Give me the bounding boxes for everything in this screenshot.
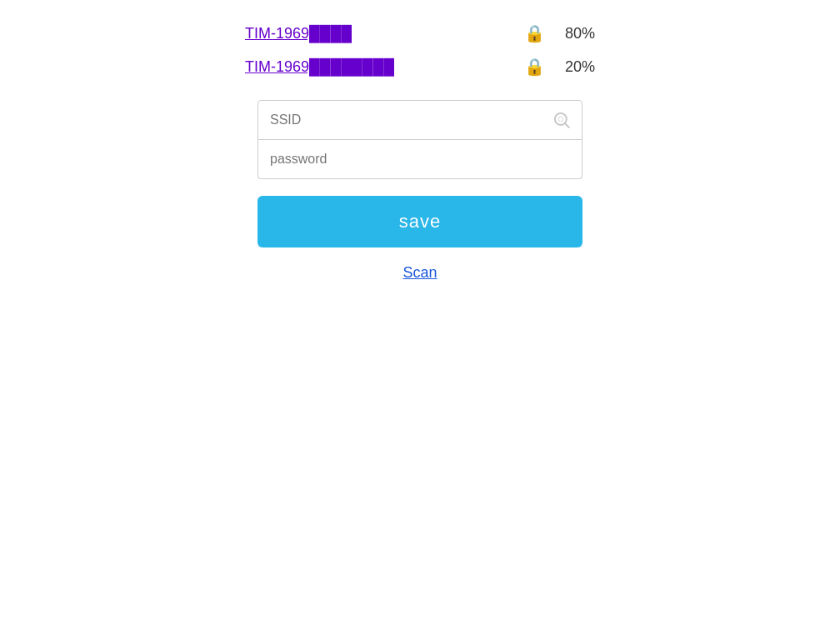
network-item-2: TIM-1969████████ 🔒 20% xyxy=(245,50,595,83)
signal-strength-1: 80% xyxy=(553,25,595,42)
form-container xyxy=(258,100,582,179)
page-container: TIM-1969████ 🔒 80% TIM-1969████████ 🔒 20… xyxy=(0,0,840,635)
save-button[interactable]: save xyxy=(258,196,582,248)
network-item-1: TIM-1969████ 🔒 80% xyxy=(245,17,595,50)
scan-link[interactable]: Scan xyxy=(402,264,437,282)
network-name-2[interactable]: TIM-1969████████ xyxy=(245,58,516,76)
network-list: TIM-1969████ 🔒 80% TIM-1969████████ 🔒 20… xyxy=(245,17,595,83)
ssid-input[interactable] xyxy=(258,101,582,139)
key-icon xyxy=(550,108,573,132)
password-input[interactable] xyxy=(258,140,582,179)
lock-icon-1: 🔒 xyxy=(524,23,545,43)
signal-strength-2: 20% xyxy=(553,58,595,76)
lock-icon-2: 🔒 xyxy=(524,57,545,77)
network-name-1[interactable]: TIM-1969████ xyxy=(245,25,516,42)
ssid-input-wrapper xyxy=(258,100,582,140)
